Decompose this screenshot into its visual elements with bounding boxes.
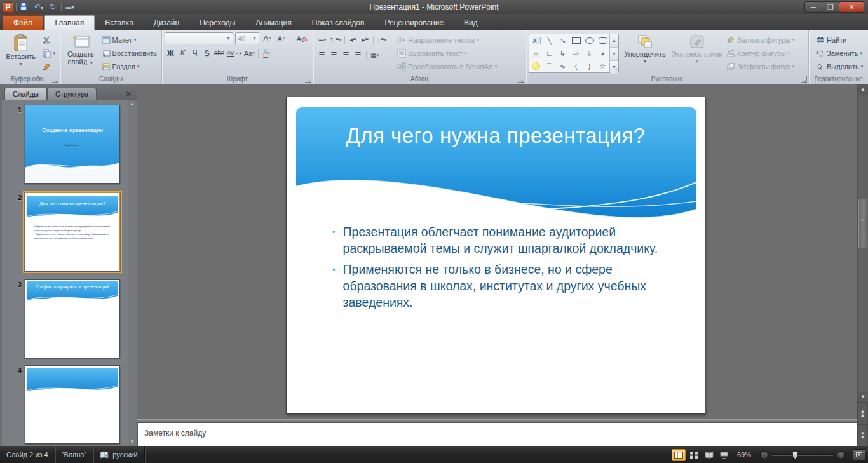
- gallery-up-icon[interactable]: ▲: [610, 34, 618, 48]
- gallery-more-icon[interactable]: ▼̳: [610, 61, 618, 74]
- strikethrough-button[interactable]: abc: [213, 47, 226, 59]
- shape-outline-button[interactable]: Контур фигуры▾: [724, 48, 799, 59]
- text-direction-button[interactable]: A Направление текста▾: [395, 34, 499, 46]
- fit-slide-to-window-button[interactable]: [853, 449, 865, 460]
- zoom-slider-thumb[interactable]: [792, 451, 798, 459]
- slide-title[interactable]: Для чего нужна презентация?: [312, 124, 679, 148]
- cut-icon[interactable]: [40, 34, 57, 46]
- shape-right-brace-icon[interactable]: }: [588, 63, 591, 70]
- tab-design[interactable]: Дизайн: [144, 16, 189, 30]
- tab-transitions[interactable]: Переходы: [189, 16, 245, 30]
- slide-body-placeholder[interactable]: • Презентация облегчает понимание аудито…: [332, 224, 674, 316]
- quick-styles-button[interactable]: Экспресс-стили ▼: [671, 32, 723, 74]
- slides-panel-scrollbar[interactable]: ▲ ▼: [128, 100, 137, 446]
- character-spacing-button[interactable]: AV↔▾: [226, 47, 243, 59]
- slideshow-view-button[interactable]: [717, 449, 731, 461]
- slide-sorter-view-button[interactable]: [687, 449, 701, 461]
- shape-triangle-icon[interactable]: △: [533, 50, 538, 57]
- tab-slideshow[interactable]: Показ слайдов: [302, 16, 375, 30]
- previous-slide-button[interactable]: ▲▲: [857, 402, 868, 424]
- scrollbar-thumb[interactable]: [858, 199, 867, 248]
- shape-pie-icon[interactable]: ◕: [600, 50, 605, 57]
- shape-textbox-icon[interactable]: A: [532, 37, 541, 44]
- columns-button[interactable]: ▦▾: [369, 49, 381, 61]
- shape-right-arrow-icon[interactable]: ⇨: [573, 50, 579, 57]
- shape-fill-button[interactable]: Заливка фигуры▾: [724, 34, 799, 46]
- shape-line-icon[interactable]: ╲: [547, 37, 552, 44]
- zoom-level[interactable]: 69%: [732, 451, 756, 459]
- reading-view-button[interactable]: [702, 449, 716, 461]
- scroll-down-icon[interactable]: ▼: [130, 438, 135, 446]
- dialog-launcher-icon[interactable]: [52, 76, 58, 83]
- dialog-launcher-icon[interactable]: [801, 76, 807, 83]
- restore-button[interactable]: ❐: [822, 1, 839, 13]
- normal-view-button[interactable]: [672, 449, 686, 461]
- shape-elbow-arrow-connector-icon[interactable]: ↳: [560, 50, 566, 57]
- tab-view[interactable]: Вид: [454, 16, 488, 30]
- customize-qat-icon[interactable]: ▬▾: [64, 2, 76, 13]
- replace-button[interactable]: ac Заменить▾: [814, 48, 865, 59]
- notes-pane[interactable]: Заметки к слайду: [137, 422, 857, 446]
- clear-formatting-button[interactable]: А: [295, 32, 308, 44]
- shape-rounded-rectangle-icon[interactable]: [599, 37, 607, 44]
- shape-curve-icon[interactable]: ∿: [560, 63, 566, 70]
- slide-thumbnail-1[interactable]: 1 Создание презентации Разработал: …: [15, 105, 120, 184]
- justify-button[interactable]: ☰: [352, 49, 364, 61]
- find-button[interactable]: Найти: [814, 34, 865, 46]
- notes-placeholder[interactable]: Заметки к слайду: [138, 423, 857, 438]
- next-slide-button[interactable]: ▼▼: [857, 424, 868, 446]
- underline-button[interactable]: Ч: [189, 47, 201, 59]
- tab-file[interactable]: Файл: [3, 15, 43, 30]
- paste-button[interactable]: Вставить ▼: [3, 32, 39, 74]
- redo-icon[interactable]: ↻: [47, 2, 58, 13]
- zoom-in-icon[interactable]: +: [837, 451, 845, 459]
- align-right-button[interactable]: ☰: [340, 49, 352, 61]
- dialog-launcher-icon[interactable]: [518, 76, 524, 83]
- font-size-combo[interactable]: 40▼: [235, 32, 259, 44]
- change-case-button[interactable]: Aa▾: [243, 47, 256, 59]
- bullets-button[interactable]: ≔▾: [316, 34, 328, 46]
- copy-icon[interactable]: ▾: [40, 48, 57, 59]
- format-painter-icon[interactable]: [40, 61, 57, 72]
- undo-icon[interactable]: ↶▾: [33, 2, 44, 13]
- editor-vertical-scrollbar[interactable]: ▲ ▼: [857, 84, 868, 402]
- shape-elbow-connector-icon[interactable]: ∟: [546, 50, 553, 57]
- shape-left-brace-icon[interactable]: {: [575, 63, 578, 70]
- italic-button[interactable]: К: [177, 47, 189, 59]
- scroll-up-icon[interactable]: ▲: [130, 100, 135, 109]
- shape-down-arrow-icon[interactable]: ⇩: [587, 50, 592, 57]
- align-text-button[interactable]: Выровнять текст▾: [395, 48, 499, 59]
- shape-arrow-icon[interactable]: ↘: [560, 37, 566, 44]
- zoom-slider[interactable]: − +: [756, 451, 849, 459]
- language-indicator[interactable]: русский: [93, 446, 144, 463]
- align-center-button[interactable]: ☰: [328, 49, 340, 61]
- tab-home[interactable]: Главная: [44, 15, 95, 30]
- zoom-out-icon[interactable]: −: [760, 451, 768, 459]
- close-button[interactable]: ✕: [839, 1, 864, 13]
- powerpoint-logo-icon[interactable]: P: [3, 2, 13, 13]
- shape-star-icon[interactable]: ☆: [600, 63, 606, 70]
- tab-slides-thumbnails[interactable]: Слайды: [4, 88, 47, 100]
- shape-scribble-icon[interactable]: ♌: [532, 63, 541, 70]
- shape-rectangle-icon[interactable]: [572, 37, 581, 44]
- gallery-down-icon[interactable]: ▼: [610, 48, 618, 61]
- save-icon[interactable]: [19, 2, 31, 13]
- reset-button[interactable]: Восстановить: [100, 48, 159, 59]
- shape-effects-button[interactable]: Эффекты фигур▾: [724, 61, 799, 72]
- scroll-down-icon[interactable]: ▼: [858, 392, 868, 402]
- tab-animations[interactable]: Анимация: [245, 16, 301, 30]
- text-shadow-button[interactable]: S: [201, 47, 213, 59]
- tab-outline[interactable]: Структура: [47, 88, 97, 100]
- decrease-indent-button[interactable]: ◂≡: [347, 34, 359, 46]
- increase-indent-button[interactable]: ▸≡: [359, 34, 371, 46]
- shape-oval-icon[interactable]: [585, 37, 594, 44]
- bold-button[interactable]: Ж: [165, 47, 177, 59]
- new-slide-button[interactable]: ✳ Создать слайд ▼: [63, 32, 98, 74]
- dialog-launcher-icon[interactable]: [305, 76, 311, 83]
- section-button[interactable]: Раздел▾: [100, 61, 159, 72]
- current-slide[interactable]: Для чего нужна презентация? • Презентаци…: [286, 97, 705, 414]
- layout-button[interactable]: Макет▾: [100, 34, 159, 46]
- slide-thumbnail-2[interactable]: 2 Для чего нужна презентация? • Презента…: [15, 192, 120, 271]
- arrange-button[interactable]: Упорядочить ▼: [620, 32, 670, 74]
- align-left-button[interactable]: ☰: [316, 49, 328, 61]
